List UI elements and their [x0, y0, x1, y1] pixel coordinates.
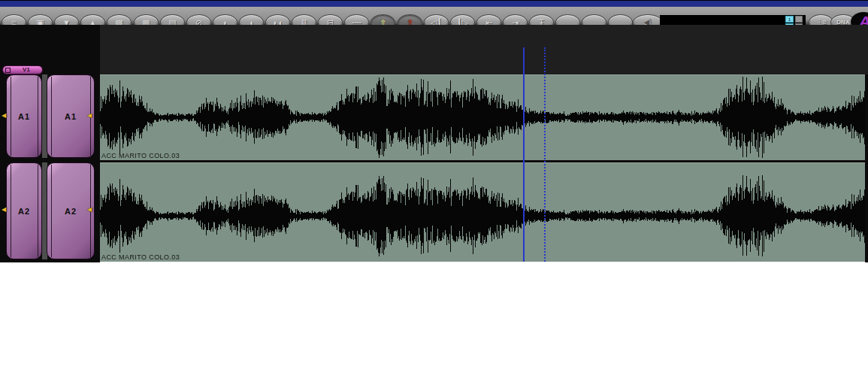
waveform-a1[interactable] [100, 74, 868, 160]
header-groove [51, 77, 52, 156]
track-a2-header-button-1[interactable]: A2 [6, 162, 42, 259]
track-name-label: A1 [65, 112, 77, 121]
clip-name-label: ACC MARITO COLO.03 [101, 253, 180, 261]
track-name-label: A2 [18, 207, 30, 216]
header-groove [11, 77, 11, 156]
empty-workspace [0, 262, 868, 385]
timeline-empty-area [0, 25, 868, 74]
clip-name-label: ACC MARITO COLO.03 [101, 152, 180, 159]
track-collapse-arrow[interactable]: ◀ [87, 206, 95, 214]
track-collapse-arrow[interactable]: ◀ [2, 112, 9, 120]
group-tab-label: V1 [11, 67, 42, 73]
spare-indicator-1[interactable] [795, 16, 803, 23]
window-right-edge [865, 74, 868, 262]
track-group-tab[interactable]: V1 [2, 65, 43, 74]
track-a2-lane: ACC MARITO COLO.03 [100, 162, 868, 262]
toolbar: ≡▣▼▲▩▦▤⊘◗◖◗◖Ⅲ⊟╌╌⇧⇧◁┃┃▷⇤⇥Ŧ ◀) 12 ⋮≡ DNA A [0, 7, 868, 25]
channel-indicator-1[interactable]: 1 [785, 16, 794, 23]
track-a1-header-button-1[interactable]: A1 [6, 74, 42, 158]
track-name-label: A1 [18, 112, 30, 121]
track-name-label: A2 [65, 207, 77, 216]
waveform-a2[interactable] [100, 162, 868, 262]
group-collapse-icon [5, 68, 11, 73]
header-groove [38, 165, 38, 257]
edit-point-cursor[interactable] [544, 47, 546, 262]
track-collapse-arrow[interactable]: ◀ [87, 112, 95, 120]
header-groove [51, 165, 52, 257]
track-a1-lane: ACC MARITO COLO.03 [100, 74, 868, 160]
track-collapse-arrow[interactable]: ◀ [2, 206, 9, 214]
header-groove [38, 77, 38, 156]
titlebar [0, 0, 868, 7]
track-separator [100, 160, 868, 162]
header-groove [11, 165, 11, 257]
playhead-cursor[interactable] [523, 47, 525, 262]
daw-window: ≡▣▼▲▩▦▤⊘◗◖◗◖Ⅲ⊟╌╌⇧⇧◁┃┃▷⇤⇥Ŧ ◀) 12 ⋮≡ DNA A… [0, 0, 868, 385]
